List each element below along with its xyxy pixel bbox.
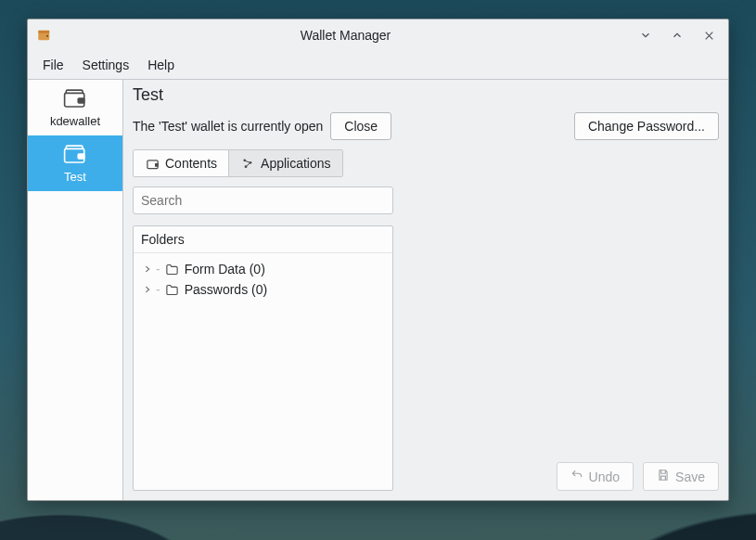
- close-wallet-button[interactable]: Close: [330, 112, 391, 140]
- window-controls: [637, 27, 721, 44]
- folder-icon: [165, 282, 180, 297]
- svg-rect-4: [78, 98, 84, 103]
- tab-label: Applications: [261, 156, 331, 171]
- wallet-manager-window: Wallet Manager File Settings Help kdewal…: [27, 19, 729, 501]
- button-label: Save: [675, 469, 705, 484]
- search-input[interactable]: [133, 186, 393, 214]
- titlebar[interactable]: Wallet Manager: [28, 19, 728, 51]
- wallet-icon: [63, 87, 87, 109]
- applications-icon: [240, 156, 255, 171]
- window-title: Wallet Manager: [59, 28, 632, 43]
- menubar: File Settings Help: [28, 51, 728, 79]
- button-label: Undo: [589, 469, 620, 484]
- tab-bar: Contents Applications: [133, 149, 343, 177]
- wallet-sidebar: kdewallet Test: [28, 80, 122, 500]
- sidebar-item-label: Test: [64, 170, 86, 184]
- undo-button[interactable]: Undo: [557, 462, 634, 491]
- svg-rect-6: [78, 154, 84, 159]
- maximize-button[interactable]: [669, 27, 686, 44]
- wallet-status-text: The 'Test' wallet is currently open: [133, 119, 323, 134]
- menu-file[interactable]: File: [35, 54, 71, 76]
- menu-help[interactable]: Help: [140, 54, 182, 76]
- tab-label: Contents: [165, 156, 217, 171]
- page-title: Test: [133, 80, 719, 109]
- save-button[interactable]: Save: [643, 462, 719, 491]
- app-icon: [35, 26, 54, 45]
- folders-panel: Folders - Form Data (0): [133, 225, 393, 491]
- folder-tree: - Form Data (0) -: [134, 253, 392, 305]
- save-icon: [657, 469, 670, 484]
- wallet-open-icon: [145, 156, 160, 171]
- minimize-button[interactable]: [637, 27, 654, 44]
- close-button[interactable]: [700, 27, 717, 44]
- folders-header: Folders: [134, 226, 392, 253]
- sidebar-item-test[interactable]: Test: [28, 135, 122, 191]
- svg-rect-1: [38, 31, 49, 33]
- folder-icon: [165, 262, 180, 276]
- sidebar-item-kdewallet[interactable]: kdewallet: [28, 80, 122, 135]
- undo-icon: [570, 469, 583, 484]
- tab-contents[interactable]: Contents: [134, 150, 229, 176]
- main-panel: Test The 'Test' wallet is currently open…: [122, 80, 728, 500]
- change-password-button[interactable]: Change Password...: [574, 112, 719, 140]
- chevron-right-icon[interactable]: [143, 282, 154, 297]
- svg-point-2: [46, 35, 48, 37]
- menu-settings[interactable]: Settings: [75, 54, 137, 76]
- tree-item-form-data[interactable]: - Form Data (0): [137, 259, 389, 279]
- tab-applications[interactable]: Applications: [229, 150, 342, 176]
- chevron-right-icon[interactable]: [143, 262, 154, 276]
- tree-item-label: Form Data (0): [185, 262, 265, 276]
- tree-item-label: Passwords (0): [185, 282, 267, 297]
- tree-item-passwords[interactable]: - Passwords (0): [137, 279, 389, 300]
- wallet-icon: [63, 143, 87, 165]
- sidebar-item-label: kdewallet: [50, 114, 100, 128]
